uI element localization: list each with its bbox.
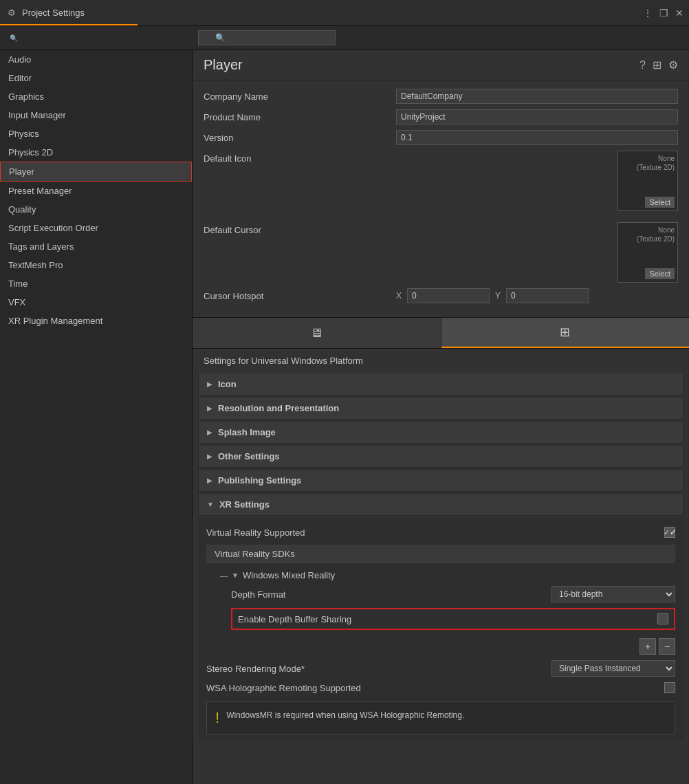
depth-format-label: Depth Format xyxy=(231,589,551,600)
sidebar-item-graphics[interactable]: Graphics xyxy=(0,87,192,106)
other-section-label: Other Settings xyxy=(218,451,280,461)
window-title: Project Settings xyxy=(22,8,85,18)
content-header: Player ? ⊞ ⚙ xyxy=(193,50,689,80)
default-cursor-row: Default Cursor None (Texture 2D) Select xyxy=(204,219,678,285)
sidebar-item-physics-2d[interactable]: Physics 2D xyxy=(0,143,192,162)
sdk-add-remove-buttons: + − xyxy=(206,635,675,657)
add-sdk-button[interactable]: + xyxy=(639,638,656,655)
hotspot-coords: X Y xyxy=(396,288,589,303)
other-section-arrow: ▶ xyxy=(207,453,212,460)
default-icon-label: Default Icon xyxy=(204,151,396,164)
sidebar-item-time[interactable]: Time xyxy=(0,274,192,293)
product-name-input[interactable] xyxy=(396,109,678,124)
search-wrap xyxy=(6,30,336,45)
cursor-hotspot-row: Cursor Hotspot X Y xyxy=(204,285,678,306)
wsa-row: WSA Holographic Remoting Supported xyxy=(206,679,675,696)
version-input[interactable] xyxy=(396,130,678,145)
company-name-input[interactable] xyxy=(396,89,678,104)
icon-select-button[interactable]: Select xyxy=(645,197,675,208)
hotspot-y-label: Y xyxy=(495,291,501,301)
stereo-rendering-select[interactable]: Single Pass Instanced Multi Pass Single … xyxy=(551,660,675,677)
splash-section-arrow: ▶ xyxy=(207,428,212,436)
sidebar-item-xr-plugin-management[interactable]: XR Plugin Management xyxy=(0,312,192,330)
vr-supported-checkbox[interactable]: ✓ xyxy=(664,527,675,538)
vr-supported-row: Virtual Reality Supported ✓ xyxy=(206,523,675,542)
sidebar: Audio Editor Graphics Input Manager Phys… xyxy=(0,50,193,784)
sidebar-item-input-manager[interactable]: Input Manager xyxy=(0,106,192,124)
cursor-hotspot-label: Cursor Hotspot xyxy=(204,291,396,301)
icon-section-arrow: ▶ xyxy=(207,380,212,388)
layout-icon[interactable]: ⊞ xyxy=(653,58,661,72)
close-icon[interactable]: ✕ xyxy=(675,8,683,19)
wsa-label: WSA Holographic Remoting Supported xyxy=(206,683,664,693)
company-name-row: Company Name xyxy=(204,86,678,107)
sidebar-item-physics[interactable]: Physics xyxy=(0,124,192,143)
sidebar-item-vfx[interactable]: VFX xyxy=(0,293,192,312)
section-xr-header[interactable]: ▼ XR Settings xyxy=(198,493,683,516)
default-cursor-preview: None (Texture 2D) Select xyxy=(617,222,678,283)
hotspot-x-input[interactable] xyxy=(407,288,490,303)
vr-supported-label: Virtual Reality Supported xyxy=(206,527,664,538)
settings-gear-icon[interactable]: ⚙ xyxy=(668,58,678,72)
wsa-checkbox[interactable] xyxy=(664,682,675,693)
sidebar-item-player[interactable]: Player xyxy=(0,162,192,182)
sidebar-item-script-execution-order[interactable]: Script Execution Order xyxy=(0,219,192,237)
platform-tabs: 🖥 ⊞ xyxy=(193,317,689,349)
basic-settings: Company Name Product Name Version Defau xyxy=(193,80,689,312)
section-publishing-header[interactable]: ▶ Publishing Settings xyxy=(198,469,683,492)
tab-uwp[interactable]: ⊞ xyxy=(441,318,690,348)
section-other-header[interactable]: ▶ Other Settings xyxy=(198,445,683,468)
search-input[interactable] xyxy=(198,30,336,45)
standalone-icon: 🖥 xyxy=(310,326,322,340)
warning-text: WindowsMR is required when using WSA Hol… xyxy=(226,709,464,721)
product-name-label: Product Name xyxy=(204,112,396,122)
hotspot-y-input[interactable] xyxy=(506,288,589,303)
wmr-arrow: ▼ xyxy=(232,571,239,579)
vr-sdks-label: Virtual Reality SDKs xyxy=(206,545,675,563)
uwp-icon: ⊞ xyxy=(560,325,570,340)
section-splash-header[interactable]: ▶ Splash Image xyxy=(198,421,683,444)
version-value xyxy=(396,130,678,145)
icon-preview-label: None (Texture 2D) xyxy=(637,154,675,172)
tab-standalone[interactable]: 🖥 xyxy=(193,318,441,348)
wmr-collapse-icon: — xyxy=(220,571,228,580)
wmr-section: — ▼ Windows Mixed Reality Depth Format 1… xyxy=(206,565,675,635)
page-title: Player xyxy=(204,57,243,73)
title-underline xyxy=(0,24,138,25)
gear-icon: ⚙ xyxy=(6,7,18,19)
cursor-select-button[interactable]: Select xyxy=(645,268,675,279)
publishing-section-label: Publishing Settings xyxy=(218,475,301,486)
help-icon[interactable]: ? xyxy=(639,59,646,72)
title-bar-controls: ⋮ ❐ ✕ xyxy=(643,8,683,19)
title-bar: ⚙ Project Settings ⋮ ❐ ✕ xyxy=(0,0,689,26)
company-name-label: Company Name xyxy=(204,91,396,102)
sidebar-item-quality[interactable]: Quality xyxy=(0,200,192,219)
sidebar-item-tags-and-layers[interactable]: Tags and Layers xyxy=(0,237,192,256)
product-name-row: Product Name xyxy=(204,107,678,127)
wmr-label: Windows Mixed Reality xyxy=(243,570,335,580)
xr-section-arrow: ▼ xyxy=(207,501,214,508)
enable-depth-row: Enable Depth Buffer Sharing xyxy=(231,608,675,630)
xr-section-content: Virtual Reality Supported ✓ Virtual Real… xyxy=(198,517,683,740)
resolution-section-arrow: ▶ xyxy=(207,404,212,412)
sidebar-item-editor[interactable]: Editor xyxy=(0,69,192,87)
more-icon[interactable]: ⋮ xyxy=(643,8,653,19)
section-resolution-header[interactable]: ▶ Resolution and Presentation xyxy=(198,397,683,420)
sidebar-item-preset-manager[interactable]: Preset Manager xyxy=(0,182,192,200)
header-icons: ? ⊞ ⚙ xyxy=(639,58,678,72)
resolution-section-label: Resolution and Presentation xyxy=(218,403,339,413)
version-label: Version xyxy=(204,133,396,143)
search-bar xyxy=(0,26,689,50)
sidebar-item-audio[interactable]: Audio xyxy=(0,50,192,69)
sidebar-item-textmesh-pro[interactable]: TextMesh Pro xyxy=(0,256,192,274)
stereo-rendering-label: Stereo Rendering Mode* xyxy=(206,664,551,674)
section-icon-header[interactable]: ▶ Icon xyxy=(198,373,683,395)
publishing-section-arrow: ▶ xyxy=(207,477,212,484)
remove-sdk-button[interactable]: − xyxy=(659,638,675,655)
platform-settings: Settings for Universal Windows Platform … xyxy=(193,349,689,747)
wmr-content: Depth Format 16-bit depth 24-bit depth N… xyxy=(220,583,675,630)
enable-depth-checkbox[interactable] xyxy=(657,613,668,624)
depth-format-row: Depth Format 16-bit depth 24-bit depth N… xyxy=(231,583,675,605)
depth-format-select[interactable]: 16-bit depth 24-bit depth None xyxy=(551,586,675,602)
restore-icon[interactable]: ❐ xyxy=(659,8,668,19)
